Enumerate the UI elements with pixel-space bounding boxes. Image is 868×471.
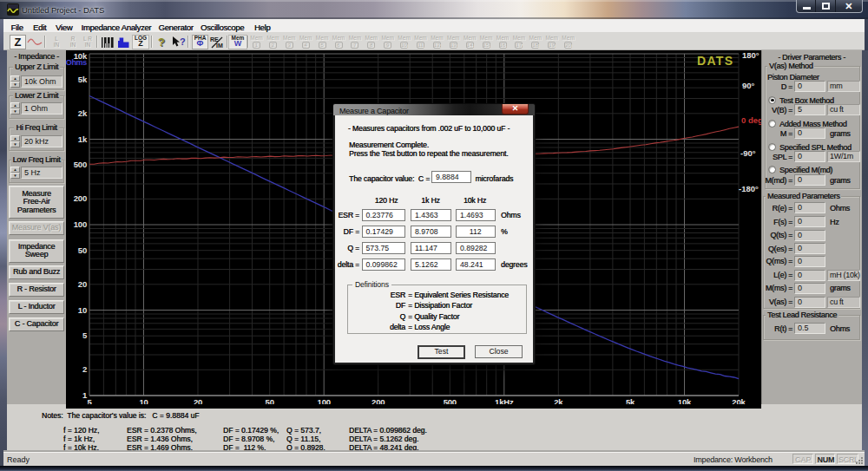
svg-text:200: 200 <box>74 193 87 203</box>
svg-text:20: 20 <box>78 279 87 289</box>
svg-text:50: 50 <box>78 245 87 255</box>
svg-text:2k: 2k <box>78 108 88 118</box>
svg-text:DATS: DATS <box>697 54 733 68</box>
svg-text:?: ? <box>180 36 186 47</box>
svg-text:2: 2 <box>82 364 87 374</box>
svg-text:10: 10 <box>78 305 87 315</box>
svg-text:5: 5 <box>82 330 88 340</box>
svg-text:180°: 180° <box>742 50 760 60</box>
svg-text:5k: 5k <box>78 75 88 84</box>
svg-text:-180°: -180° <box>739 184 759 193</box>
svg-text:1k: 1k <box>78 134 88 144</box>
svg-text:IM: IM <box>216 43 223 49</box>
svg-text:100: 100 <box>74 219 87 229</box>
svg-text:500: 500 <box>74 160 87 169</box>
svg-text:0 deg: 0 deg <box>741 115 761 125</box>
